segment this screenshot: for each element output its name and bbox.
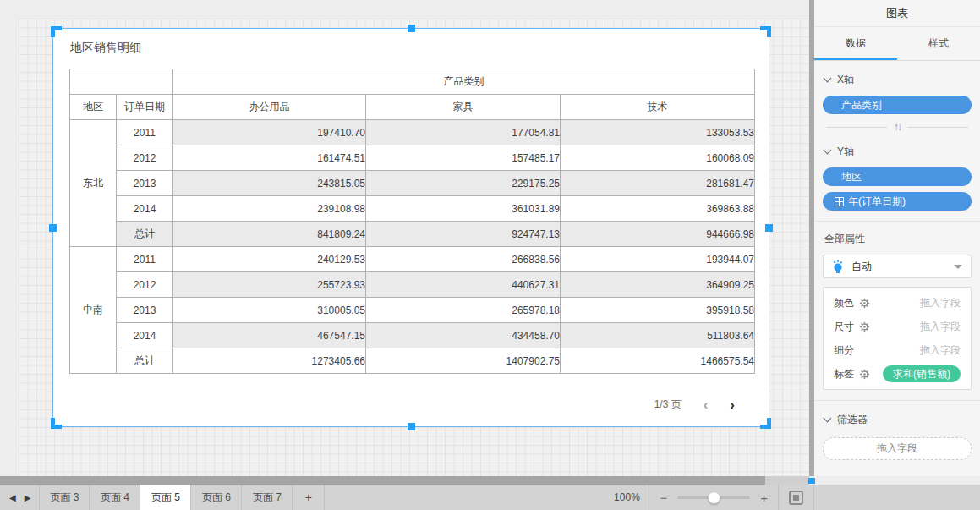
- panel-tab-inactive[interactable]: 样式: [897, 27, 980, 60]
- sales-table-body: 东北2011197410.70177054.81133053.532012161…: [70, 120, 755, 374]
- zoom-slider[interactable]: [677, 491, 750, 503]
- year-cell: 2014: [117, 196, 173, 222]
- selection-handle-top-right[interactable]: [760, 26, 771, 37]
- value-cell: 369863.88: [561, 196, 755, 222]
- horizontal-scrollbar-track[interactable]: [0, 476, 809, 485]
- drop-field-placeholder[interactable]: 拖入字段: [920, 320, 961, 334]
- value-cell: 511803.64: [561, 323, 755, 348]
- property-gear-button[interactable]: [859, 321, 870, 332]
- zoom-slider-thumb[interactable]: [708, 491, 720, 504]
- y-axis-section-header[interactable]: Y轴: [814, 133, 980, 161]
- fit-to-screen-button[interactable]: [789, 491, 803, 505]
- zoom-out-button[interactable]: −: [660, 491, 667, 504]
- tabs-scroll-right-icon[interactable]: ▶: [25, 493, 31, 502]
- value-cell: 161474.51: [173, 145, 366, 171]
- panel-tab-bar: 数据样式: [814, 27, 980, 61]
- value-cell: 160068.09: [561, 145, 755, 171]
- prev-page-icon[interactable]: ‹: [704, 398, 709, 412]
- swap-axes-divider: ↑↓: [826, 121, 968, 133]
- panel-tab-active[interactable]: 数据: [814, 27, 897, 60]
- x-axis-section-header[interactable]: X轴: [814, 61, 980, 89]
- table-row: 2013310005.05265978.18395918.58: [70, 298, 755, 323]
- y-axis-field-pill[interactable]: 地区: [823, 167, 972, 186]
- chevron-down-icon: [824, 414, 832, 423]
- y-axis-pill-zone: 地区年(订单日期): [814, 161, 980, 211]
- filter-drop-zone[interactable]: 拖入字段: [823, 437, 972, 460]
- chart-type-dropdown[interactable]: 自动: [823, 255, 972, 278]
- bottom-bar: ◀ ▶ 页面 3页面 4页面 5页面 6页面 7 + 100% − +: [0, 485, 980, 510]
- table-widget[interactable]: 地区销售明细 产品类别 地区订单日期办公用品家具技术 东北2011197410.…: [52, 28, 769, 427]
- selection-handle-top-left[interactable]: [51, 26, 62, 37]
- y-axis-field-pill[interactable]: 年(订单日期): [823, 192, 972, 211]
- horizontal-scrollbar-thumb[interactable]: [0, 476, 765, 485]
- page-tab-strip: 页面 3页面 4页面 5页面 6页面 7: [39, 485, 293, 510]
- value-cell: 193944.07: [561, 247, 755, 272]
- measure-field-pill[interactable]: 求和(销售额): [883, 365, 961, 382]
- page-tab[interactable]: 页面 3: [39, 485, 90, 510]
- selection-handle-top[interactable]: [408, 25, 415, 32]
- filter-section-header[interactable]: 筛选器: [814, 401, 980, 429]
- design-canvas[interactable]: 地区销售明细 产品类别 地区订单日期办公用品家具技术 东北2011197410.…: [0, 0, 809, 476]
- value-cell: 243815.05: [173, 171, 366, 196]
- x-axis-field-pill[interactable]: 产品类别: [823, 96, 972, 114]
- property-label: 尺寸: [834, 320, 854, 334]
- page-tab-active[interactable]: 页面 5: [140, 485, 191, 510]
- selection-handle-bottom[interactable]: [408, 423, 415, 430]
- gear-icon: [859, 321, 870, 332]
- add-page-button[interactable]: +: [293, 485, 325, 510]
- page-tab[interactable]: 页面 4: [90, 485, 140, 510]
- column-header-cell: 办公用品: [173, 95, 366, 120]
- x-axis-pill-zone: 产品类别: [814, 89, 980, 114]
- corner-header-cell: [70, 69, 173, 95]
- selection-handle-bottom-right[interactable]: [760, 418, 771, 429]
- value-cell: 924747.13: [366, 222, 561, 247]
- table-header-row-2: 地区订单日期办公用品家具技术: [70, 95, 755, 120]
- table-row: 2013243815.05229175.25281681.47: [70, 171, 755, 196]
- year-cell: 2012: [117, 272, 173, 298]
- page-tab[interactable]: 页面 7: [242, 485, 293, 510]
- zoom-in-button[interactable]: +: [760, 491, 768, 504]
- value-cell: 265978.18: [366, 298, 561, 323]
- property-gear-button[interactable]: [859, 369, 870, 380]
- value-cell: 1273405.66: [173, 348, 366, 374]
- drop-field-placeholder[interactable]: 拖入字段: [920, 343, 961, 358]
- table-row: 总计841809.24924747.13944666.98: [70, 222, 755, 247]
- property-label: 标签: [834, 367, 854, 381]
- panel-title: 图表: [814, 0, 980, 27]
- lightbulb-icon: [832, 260, 844, 273]
- year-cell: 总计: [117, 348, 173, 374]
- swap-axes-icon[interactable]: ↑↓: [887, 121, 907, 133]
- dropdown-caret-icon: [954, 265, 962, 269]
- value-cell: 944666.98: [561, 222, 755, 247]
- value-cell: 361031.89: [366, 196, 561, 222]
- all-properties-label: 全部属性: [814, 222, 980, 246]
- value-cell: 434458.70: [366, 323, 561, 348]
- divider: [778, 485, 779, 510]
- y-axis-label: Y轴: [837, 145, 854, 159]
- column-header-cell: 家具: [366, 95, 561, 120]
- table-row: 2012161474.51157485.17160068.09: [70, 145, 755, 171]
- property-gear-button[interactable]: [859, 298, 870, 309]
- selection-handle-left[interactable]: [49, 224, 57, 232]
- selection-handle-right[interactable]: [765, 224, 773, 232]
- year-cell: 总计: [117, 222, 173, 247]
- tabs-scroll-left-icon[interactable]: ◀: [9, 493, 16, 502]
- aesthetics-box: 颜色拖入字段尺寸拖入字段细分拖入字段标签求和(销售额): [823, 287, 972, 390]
- year-cell: 2013: [117, 171, 173, 196]
- year-cell: 2011: [117, 120, 173, 145]
- value-cell: 440627.31: [366, 272, 561, 298]
- zoom-level-value: 100%: [605, 491, 649, 503]
- property-label: 颜色: [834, 296, 854, 310]
- next-page-icon[interactable]: ›: [730, 398, 735, 412]
- value-cell: 364909.25: [561, 272, 755, 298]
- table-row: 2014467547.15434458.70511803.64: [70, 323, 755, 348]
- drop-field-placeholder[interactable]: 拖入字段: [920, 296, 961, 310]
- page-tab[interactable]: 页面 6: [191, 485, 242, 510]
- panel-resize-handle[interactable]: [808, 478, 815, 484]
- zoom-slider-group: − +: [649, 491, 778, 504]
- selection-handle-bottom-left[interactable]: [51, 418, 62, 429]
- value-cell: 133053.53: [561, 120, 755, 145]
- gear-icon: [859, 298, 870, 309]
- value-cell: 310005.05: [173, 298, 366, 323]
- pill-label: 地区: [841, 170, 862, 184]
